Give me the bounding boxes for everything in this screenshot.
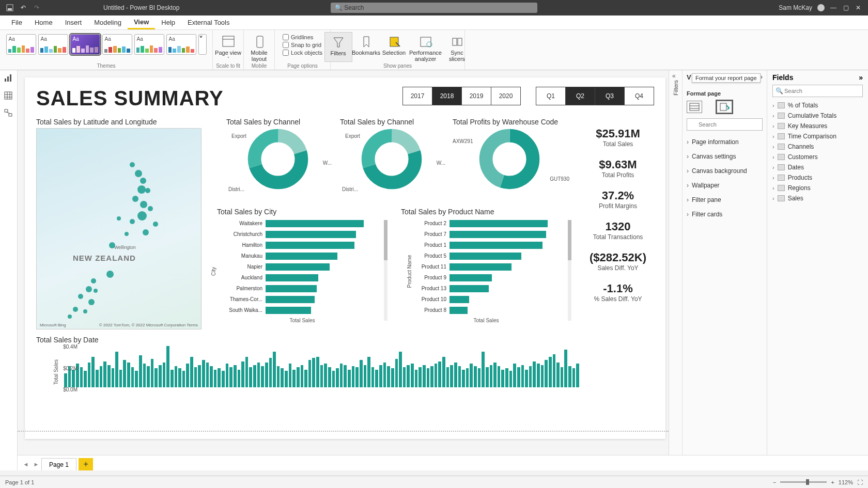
close-icon[interactable]: ✕ — [855, 4, 862, 11]
donut-channel-1[interactable]: Total Sales by Channel Export W... Distr… — [226, 118, 330, 190]
menu-external-tools[interactable]: External Tools — [181, 15, 236, 29]
filters-pane-collapsed[interactable]: « Filters — [669, 70, 682, 470]
themes-dropdown[interactable]: ˅ — [198, 34, 207, 55]
field-table[interactable]: ›Channels — [772, 141, 863, 152]
minimize-icon[interactable]: — — [830, 4, 837, 11]
kpi-card[interactable]: 37.2%Profit Margins — [582, 189, 654, 210]
page-view-button[interactable]: Page view˅ — [214, 32, 242, 61]
restore-icon[interactable]: ▢ — [842, 4, 849, 11]
slicer-cell[interactable]: Q3 — [595, 87, 625, 105]
user-name[interactable]: Sam McKay — [779, 4, 812, 11]
undo-icon[interactable]: ↶ — [20, 4, 27, 11]
performance-button[interactable]: Performance analyzer — [408, 32, 443, 62]
map-visual[interactable]: Total Sales by Latitude and Longitude NE… — [36, 118, 202, 329]
theme-thumb[interactable]: Aa — [166, 34, 196, 55]
kpi-card[interactable]: -1.1%% Sales Diff. YoY — [582, 282, 654, 303]
svg-rect-2 — [223, 36, 234, 46]
report-canvas[interactable]: SALES SUMMARY 2017201820192020 Q1Q2Q3Q4 … — [25, 77, 665, 439]
sync-slicers-button[interactable]: Sync slicers — [443, 32, 471, 62]
selection-button[interactable]: Selection — [380, 32, 408, 62]
menu-view[interactable]: View — [128, 15, 155, 29]
next-page-icon[interactable]: ► — [31, 458, 41, 470]
field-table[interactable]: ›Customers — [772, 152, 863, 162]
chevron-right-icon[interactable]: » — [859, 73, 863, 82]
user-avatar[interactable] — [817, 4, 825, 11]
viz-search-input[interactable] — [687, 118, 763, 131]
year-slicer[interactable]: 2017201820192020 — [403, 87, 521, 105]
scrollbar[interactable] — [384, 220, 388, 321]
bar-chart-product[interactable]: Total Sales by Product Name Product Name… — [401, 208, 571, 329]
report-view-icon[interactable] — [4, 73, 14, 84]
prev-page-icon[interactable]: ◄ — [21, 458, 31, 470]
field-table[interactable]: ›Dates — [772, 162, 863, 172]
menu-help[interactable]: Help — [155, 15, 181, 29]
zoom-out-icon[interactable]: − — [773, 479, 776, 485]
format-section[interactable]: Wallpaper — [687, 178, 763, 193]
format-section[interactable]: Canvas settings — [687, 149, 763, 164]
field-table[interactable]: ›Time Comparison — [772, 131, 863, 141]
format-page-icon[interactable] — [717, 101, 732, 113]
kpi-card[interactable]: 1320Total Transactions — [582, 220, 654, 241]
snap-checkbox[interactable]: Snap to grid — [283, 42, 322, 48]
slicer-cell[interactable]: 2017 — [402, 87, 432, 105]
slicer-cell[interactable]: Q2 — [565, 87, 595, 105]
add-page-button[interactable]: + — [79, 458, 93, 470]
filters-button[interactable]: Filters — [324, 32, 352, 62]
donut-channel-2[interactable]: Total Sales by Channel Export W... Distr… — [340, 118, 443, 190]
donut-warehouse[interactable]: Total Profits by Warehouse Code AXW291 G… — [453, 118, 566, 190]
theme-thumb[interactable]: Aa — [38, 34, 68, 55]
chevron-right-icon[interactable]: › — [761, 73, 763, 81]
menu-insert[interactable]: Insert — [59, 15, 88, 29]
theme-thumb[interactable]: Aa — [6, 34, 36, 55]
format-section[interactable]: Filter cards — [687, 207, 763, 222]
quarter-slicer[interactable]: Q1Q2Q3Q4 — [536, 87, 654, 105]
field-table[interactable]: ›Regions — [772, 183, 863, 193]
page-tab[interactable]: Page 1 — [41, 458, 76, 470]
format-section[interactable]: Filter pane — [687, 193, 763, 207]
theme-thumb[interactable]: Aa — [102, 34, 132, 55]
slicer-cell[interactable]: 2018 — [432, 87, 462, 105]
field-table[interactable]: ›Products — [772, 172, 863, 183]
table-icon — [778, 113, 785, 119]
slicer-cell[interactable]: 2019 — [461, 87, 491, 105]
gridlines-checkbox[interactable]: Gridlines — [283, 34, 322, 40]
slicer-cell[interactable]: 2020 — [491, 87, 521, 105]
field-table[interactable]: ›Key Measures — [772, 121, 863, 131]
model-view-icon[interactable] — [4, 108, 14, 119]
field-table[interactable]: ›% of Totals — [772, 100, 863, 111]
fields-search-input[interactable] — [772, 85, 863, 97]
menu-modeling[interactable]: Modeling — [88, 15, 128, 29]
donut-label: Export — [345, 133, 360, 139]
svg-rect-35 — [720, 103, 726, 111]
kpi-card[interactable]: $9.63MTotal Profits — [582, 158, 654, 179]
build-visual-icon[interactable] — [687, 101, 702, 113]
zoom-slider[interactable] — [780, 481, 827, 483]
bookmarks-button[interactable]: Bookmarks — [352, 32, 380, 62]
slicer-cell[interactable]: Q4 — [624, 87, 654, 105]
column-chart-date[interactable]: Total Sales by Date Total Sales $0.4M$0.… — [36, 336, 579, 403]
lock-checkbox[interactable]: Lock objects — [283, 50, 322, 56]
svg-rect-18 — [5, 109, 8, 112]
redo-icon[interactable]: ↷ — [33, 4, 40, 11]
fit-page-icon[interactable]: ⛶ — [857, 479, 863, 485]
mobile-layout-button[interactable]: Mobile layout — [245, 32, 273, 62]
scrollbar[interactable] — [568, 220, 571, 321]
format-section[interactable]: Page information — [687, 135, 763, 149]
bar-chart-city[interactable]: Total Sales by City City WaitakereChrist… — [217, 208, 388, 329]
slicer-cell[interactable]: Q1 — [536, 87, 566, 105]
format-section[interactable]: Canvas background — [687, 164, 763, 178]
data-view-icon[interactable] — [4, 91, 14, 101]
global-search[interactable]: 🔍 Search — [331, 3, 537, 13]
field-table[interactable]: ›Cumulative Totals — [772, 111, 863, 121]
expand-filters-icon[interactable]: « — [672, 72, 676, 80]
zoom-in-icon[interactable]: + — [831, 479, 834, 485]
kpi-card[interactable]: ($282.52K)Sales Diff. YoY — [582, 251, 654, 272]
theme-thumb[interactable]: Aa — [70, 34, 100, 55]
chart-title: Total Sales by Product Name — [401, 208, 571, 216]
menu-file[interactable]: File — [5, 15, 28, 29]
kpi-card[interactable]: $25.91MTotal Sales — [582, 127, 654, 148]
theme-thumb[interactable]: Aa — [134, 34, 164, 55]
menu-home[interactable]: Home — [28, 15, 59, 29]
field-table[interactable]: ›Sales — [772, 193, 863, 203]
save-icon[interactable] — [6, 4, 13, 11]
